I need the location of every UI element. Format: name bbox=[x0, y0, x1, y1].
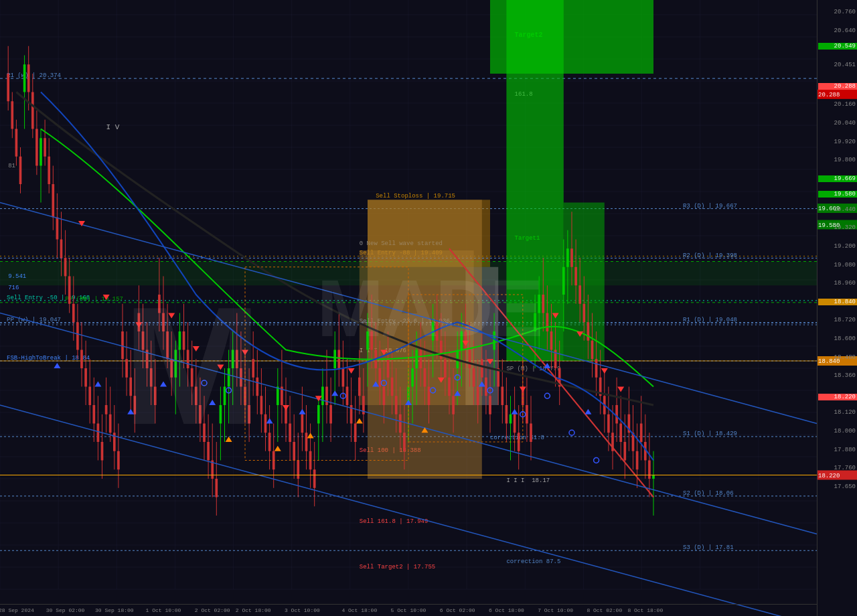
price-tick: 20.288 bbox=[818, 83, 857, 90]
x-axis-label: 28 Sep 2024 bbox=[0, 607, 34, 613]
price-tick: 19.669 bbox=[818, 175, 857, 182]
x-axis-label: 6 Oct 02:00 bbox=[440, 607, 475, 613]
x-axis: 28 Sep 202430 Sep 02:0030 Sep 18:001 Oct… bbox=[0, 604, 817, 616]
price-tick: 18.840 bbox=[818, 299, 857, 305]
price-tick: 20.760 bbox=[818, 9, 857, 15]
price-tick: 17.760 bbox=[818, 465, 857, 471]
x-axis-label: 2 Oct 02:00 bbox=[195, 607, 230, 613]
x-axis-label: 7 Oct 10:00 bbox=[538, 607, 573, 613]
price-tick: 19.580 bbox=[818, 191, 857, 198]
price-tick: 18.120 bbox=[818, 409, 857, 416]
price-tick: 19.920 bbox=[818, 139, 857, 145]
x-axis-label: 4 Oct 18:00 bbox=[341, 607, 377, 613]
price-tick: 18.360 bbox=[818, 372, 857, 379]
price-tick: 18.960 bbox=[818, 280, 857, 287]
x-axis-label: 8 Oct 18:00 bbox=[627, 607, 663, 613]
x-axis-label: 2 Oct 18:00 bbox=[236, 607, 271, 613]
right-price-axis: 20.76020.64020.54920.45120.28820.16020.0… bbox=[817, 0, 857, 616]
price-tick: 19.200 bbox=[818, 243, 857, 250]
price-tick: 18.220 bbox=[818, 394, 857, 400]
watermark: MADE bbox=[317, 262, 540, 354]
x-axis-label: 3 Oct 10:00 bbox=[285, 607, 320, 613]
x-axis-label: 1 Oct 10:00 bbox=[146, 607, 181, 613]
x-axis-label: 8 Oct 02:00 bbox=[587, 607, 622, 613]
x-axis-label: 30 Sep 02:00 bbox=[46, 607, 85, 613]
price-tick: 20.040 bbox=[818, 120, 857, 127]
price-tick: 18.600 bbox=[818, 335, 857, 342]
price-tick: 18.480 bbox=[818, 354, 857, 361]
price-tick: 19.320 bbox=[818, 224, 857, 231]
price-tick: 18.720 bbox=[818, 317, 857, 323]
price-tick: 20.451 bbox=[818, 62, 857, 68]
price-tick: 17.880 bbox=[818, 447, 857, 453]
x-axis-label: 6 Oct 18:00 bbox=[489, 607, 524, 613]
price-tick: 17.650 bbox=[818, 483, 857, 490]
chart-container: MADE 28 Sep 202430 Sep 02:0030 Sep 18:00… bbox=[0, 0, 857, 616]
price-tick: 19.440 bbox=[818, 206, 857, 213]
price-tick: 19.080 bbox=[818, 262, 857, 268]
price-tick: 19.800 bbox=[818, 157, 857, 163]
price-tick: 20.549 bbox=[818, 43, 857, 50]
price-tick: 20.640 bbox=[818, 27, 857, 34]
x-axis-label: 5 Oct 10:00 bbox=[391, 607, 426, 613]
price-tick: 18.000 bbox=[818, 428, 857, 435]
x-axis-label: 30 Sep 18:00 bbox=[95, 607, 134, 613]
price-tick: 20.160 bbox=[818, 101, 857, 108]
